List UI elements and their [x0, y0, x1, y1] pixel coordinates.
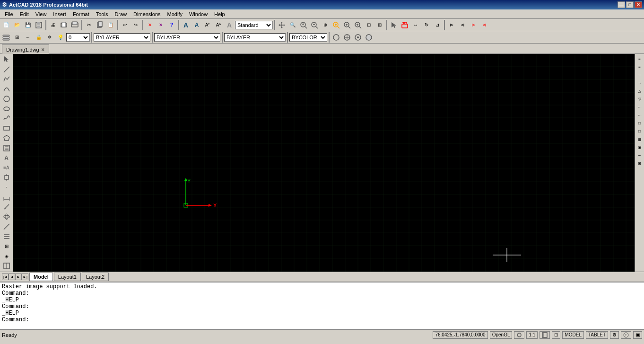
text-tool[interactable]: A: [1, 153, 12, 163]
paste-button[interactable]: 📋: [105, 20, 116, 30]
right-tb-2[interactable]: ≡: [636, 63, 644, 71]
leader-tool[interactable]: [1, 202, 12, 212]
command-window[interactable]: Raster image support loaded.Command:_HEL…: [0, 282, 644, 329]
view-circle-1[interactable]: [331, 32, 341, 43]
extra-4[interactable]: ⊲: [479, 20, 489, 30]
zoom-out[interactable]: [353, 20, 363, 30]
measure-tool[interactable]: [1, 222, 12, 231]
mirror-button[interactable]: ↔: [410, 20, 421, 30]
canvas-area[interactable]: Y X: [13, 54, 635, 272]
command-input[interactable]: [2, 323, 642, 329]
text-style-A4[interactable]: Aᴬ: [213, 20, 224, 30]
point-tool[interactable]: ·: [1, 183, 12, 192]
menu-item-file[interactable]: File: [2, 10, 16, 18]
zoom-in[interactable]: [342, 20, 352, 30]
copy-button[interactable]: [95, 20, 105, 30]
right-tb-1[interactable]: ≡: [636, 55, 644, 62]
menu-item-format[interactable]: Format: [70, 10, 92, 18]
line-tool[interactable]: [1, 65, 12, 74]
orbit-tool[interactable]: [1, 212, 12, 221]
text-style-A1[interactable]: A: [181, 20, 191, 30]
text-style-A2[interactable]: A: [191, 20, 202, 30]
zoom-window[interactable]: 🔍: [287, 20, 298, 30]
select-button[interactable]: [389, 20, 399, 30]
zoom-dynamic[interactable]: [298, 20, 309, 30]
help-button[interactable]: ?: [166, 20, 177, 30]
zoom-extents[interactable]: ⊞: [374, 20, 385, 30]
minimize-button[interactable]: —: [618, 1, 625, 8]
layout-nav-prev[interactable]: ◄: [9, 273, 15, 280]
zoom-scale[interactable]: [309, 20, 320, 30]
saveas-button[interactable]: [34, 20, 44, 30]
cut-button[interactable]: ✂: [84, 20, 94, 30]
view-circle-4[interactable]: [364, 32, 374, 43]
extra-tool-1[interactable]: ◈: [1, 251, 12, 261]
layer-dropdown[interactable]: 0: [66, 33, 90, 42]
zoom-object[interactable]: [331, 20, 341, 30]
layer-on[interactable]: 💡: [55, 32, 66, 43]
right-tb-5[interactable]: △: [636, 87, 644, 95]
right-tb-13[interactable]: ∽: [636, 151, 644, 159]
menu-item-view[interactable]: View: [33, 10, 50, 18]
document-tab-close[interactable]: ✕: [41, 47, 45, 52]
save-button[interactable]: 💾: [23, 20, 33, 30]
text-style-dropdown[interactable]: Standard: [235, 21, 273, 29]
menu-item-window[interactable]: Window: [186, 10, 210, 18]
undo-button[interactable]: ↩: [120, 20, 130, 30]
color-dropdown[interactable]: BYLAYER: [94, 33, 150, 42]
right-tb-6[interactable]: ▽: [636, 95, 644, 103]
extra-2[interactable]: ⊲: [457, 20, 468, 30]
circle-tool[interactable]: [1, 94, 12, 104]
oops-button[interactable]: ✕: [156, 20, 166, 30]
right-tb-4[interactable]: →: [636, 79, 644, 87]
menu-item-draw[interactable]: Draw: [112, 10, 130, 18]
menu-item-edit[interactable]: Edit: [17, 10, 32, 18]
maximize-button[interactable]: □: [626, 1, 634, 8]
insert-block[interactable]: [1, 173, 12, 182]
polyline-tool[interactable]: [1, 75, 12, 84]
redo-button[interactable]: ↪: [131, 20, 141, 30]
tablet-label[interactable]: TABLET: [586, 331, 608, 339]
view-tool[interactable]: ⊞: [1, 242, 12, 251]
right-tb-10[interactable]: □: [636, 127, 644, 135]
erase-button[interactable]: [400, 20, 410, 30]
layer-freeze[interactable]: ❄: [44, 32, 55, 43]
zoom-center[interactable]: ⊕: [320, 20, 331, 30]
right-tb-9[interactable]: □: [636, 119, 644, 127]
polygon-tool[interactable]: [1, 133, 12, 143]
right-tb-7[interactable]: ⋯: [636, 103, 644, 111]
text-style-A5[interactable]: A: [224, 20, 235, 30]
scale-button[interactable]: ⊿: [432, 20, 443, 30]
arc-tool[interactable]: [1, 84, 12, 94]
view-circle-2[interactable]: [342, 32, 352, 43]
plotstyle-dropdown[interactable]: BYCOLOR: [289, 33, 327, 42]
rectangle-tool[interactable]: [1, 123, 12, 133]
hatch-tool[interactable]: [1, 143, 12, 153]
layout2-tab[interactable]: Layout2: [82, 273, 109, 281]
menu-item-help[interactable]: Help: [211, 10, 228, 18]
right-tb-8[interactable]: ⋯: [636, 111, 644, 119]
layout1-tab[interactable]: Layout1: [54, 273, 81, 281]
spline-tool[interactable]: [1, 114, 12, 123]
cancel-button[interactable]: ✕: [145, 20, 155, 30]
layer-manager[interactable]: [1, 32, 11, 43]
align-tool[interactable]: [1, 232, 12, 241]
layout-nav-next[interactable]: ►: [15, 273, 22, 280]
layer-prev[interactable]: ←: [23, 32, 33, 43]
print-button[interactable]: 🖨: [48, 20, 58, 30]
document-tab[interactable]: Drawing1.dwg ✕: [2, 44, 49, 54]
menu-item-modify[interactable]: Modify: [165, 10, 185, 18]
layer-state[interactable]: ⊞: [12, 32, 22, 43]
new-button[interactable]: 📄: [1, 20, 11, 30]
extra-3[interactable]: ⊳: [468, 20, 479, 30]
dimension-tool[interactable]: [1, 193, 12, 202]
layout-nav-first[interactable]: |◄: [2, 273, 9, 280]
menu-item-insert[interactable]: Insert: [50, 10, 69, 18]
pan-button[interactable]: [277, 20, 287, 30]
select-tool[interactable]: [1, 55, 12, 64]
menu-item-dimensions[interactable]: Dimensions: [131, 10, 163, 18]
lineweight-dropdown[interactable]: BYLAYER: [224, 33, 286, 42]
snap-btn[interactable]: ⊡: [552, 331, 560, 339]
view-circle-3[interactable]: [353, 32, 363, 43]
right-tb-14[interactable]: ⊞: [636, 159, 644, 167]
